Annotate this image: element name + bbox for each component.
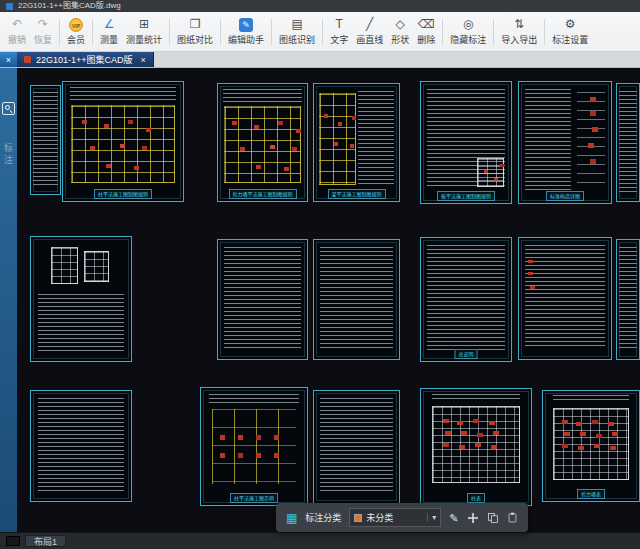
sheet-title: 剪力墙表 — [577, 489, 605, 499]
vip-member-icon: VIP — [69, 18, 83, 32]
panel-close-icon[interactable]: × — [0, 52, 17, 67]
cad-sheet-thumbnail[interactable]: 柱表 — [420, 388, 532, 506]
search-icon[interactable] — [2, 102, 15, 115]
sheet-text-content — [320, 247, 393, 349]
tool-label: 文字 — [330, 33, 348, 46]
cad-sheet-thumbnail[interactable]: 柱平法施工图示例 — [200, 387, 308, 506]
cad-sheet-thumbnail[interactable] — [313, 390, 400, 504]
toolbar-separator — [493, 19, 494, 45]
shape-tool-icon: ◇ — [396, 17, 405, 32]
toolbar-delete-tool-button[interactable]: ⌫ 删除 — [413, 15, 439, 48]
sheet-plan-grid — [224, 106, 301, 183]
cad-sheet-thumbnail[interactable] — [518, 237, 612, 360]
category-grid-icon[interactable]: ▦ — [286, 512, 297, 524]
undo-icon: ↶ — [12, 17, 22, 32]
drawing-recognize-icon: ▤ — [291, 17, 302, 32]
cad-sheet-thumbnail[interactable] — [313, 239, 400, 360]
toolbar-import-export-button[interactable]: ⇅ 导入导出 — [497, 15, 541, 48]
sheet-plan-grid — [212, 409, 297, 484]
delete-tool-icon: ⌫ — [418, 17, 435, 32]
clipboard-icon[interactable] — [507, 512, 518, 523]
toolbar-separator — [59, 19, 60, 45]
sheet-red-marks — [232, 121, 237, 125]
sidebar-vertical-label: 标注 — [2, 143, 15, 167]
drawing-compare-icon: ❐ — [190, 17, 201, 32]
sheet-text-content — [33, 92, 58, 185]
copy-icon[interactable] — [487, 512, 499, 524]
cad-sheet-thumbnail[interactable]: 标准构造详图 — [518, 81, 612, 204]
toolbar-undo-button[interactable]: ↶ 撤销 — [4, 15, 30, 48]
drawing-canvas[interactable]: 柱平法施工图制图规则 剪力墙平法施工图制图规则 梁平法施工图制图规则 板平法施工… — [17, 68, 640, 532]
cad-sheet-thumbnail[interactable] — [616, 239, 640, 360]
toolbar-separator — [322, 19, 323, 45]
toolbar-measure-statistics-button[interactable]: ⊞ 测量统计 — [122, 15, 166, 48]
cad-sheet-thumbnail[interactable] — [30, 236, 132, 362]
sheet-title: 柱表 — [467, 493, 485, 503]
cad-sheet-thumbnail[interactable] — [30, 390, 132, 502]
sheet-red-marks — [562, 420, 568, 424]
hide-annotations-icon: ◎ — [463, 17, 473, 32]
sheet-plan-grid — [71, 105, 174, 184]
tool-label: 恢复 — [34, 33, 52, 46]
toolbar-vip-member-button[interactable]: VIP 会员 — [63, 16, 89, 48]
sheet-red-marks — [528, 260, 533, 263]
cad-sheet-thumbnail[interactable] — [217, 239, 308, 360]
model-space-icon[interactable] — [6, 536, 20, 546]
sheet-text-content — [619, 91, 638, 192]
edit-assistant-icon: ✎ — [239, 18, 253, 32]
sheet-text-content — [525, 245, 604, 349]
cad-sheet-thumbnail[interactable] — [616, 83, 640, 202]
sheet-table-figure — [477, 158, 504, 187]
sheet-title: 标准构造详图 — [546, 191, 584, 201]
draw-line-icon: ╱ — [366, 17, 373, 32]
layout-tab[interactable]: 布局1 — [25, 535, 66, 547]
toolbar-edit-assistant-button[interactable]: ✎ 编辑助手 — [224, 16, 268, 48]
toolbar-annotation-settings-button[interactable]: ⚙ 标注设置 — [548, 15, 592, 48]
category-dropdown-value: 未分类 — [366, 511, 393, 524]
sheet-red-marks — [82, 120, 87, 124]
toolbar-redo-button[interactable]: ↷ 恢复 — [30, 15, 56, 48]
toolbar-measure-button[interactable]: ∠ 测量 — [96, 15, 122, 48]
sheet-red-marks — [590, 97, 596, 102]
tool-label: 画直线 — [356, 33, 383, 46]
category-dropdown[interactable]: 未分类 ▾ — [349, 508, 441, 527]
tool-label: 编辑助手 — [228, 33, 264, 46]
move-icon[interactable] — [467, 512, 479, 524]
tool-label: 图纸对比 — [177, 33, 213, 46]
tool-label: 测量 — [100, 33, 118, 46]
tool-label: 图纸识别 — [279, 33, 315, 46]
cad-sheet-thumbnail[interactable]: 剪力墙表 — [542, 390, 640, 502]
toolbar-draw-line-button[interactable]: ╱ 画直线 — [352, 15, 387, 48]
tab-document[interactable]: 22G101-1++图集CAD版 × — [17, 52, 154, 67]
cad-sheet-thumbnail[interactable] — [30, 85, 61, 195]
annotation-settings-icon: ⚙ — [565, 17, 576, 32]
tab-close-icon[interactable]: × — [141, 55, 146, 65]
cad-sheet-thumbnail[interactable]: 梁平法施工图制图规则 — [313, 83, 400, 202]
toolbar-drawing-recognize-button[interactable]: ▤ 图纸识别 — [275, 15, 319, 48]
sheet-red-marks — [443, 419, 449, 423]
tool-label: 会员 — [67, 33, 85, 46]
toolbar-separator — [92, 19, 93, 45]
toolbar-text-tool-button[interactable]: T 文字 — [326, 15, 352, 48]
tool-label: 隐藏标注 — [450, 33, 486, 46]
tool-label: 导入导出 — [501, 33, 537, 46]
toolbar-separator — [442, 19, 443, 45]
sheet-text-content — [223, 89, 301, 102]
sheet-title: 柱平法施工图示例 — [230, 493, 278, 503]
measure-statistics-icon: ⊞ — [139, 17, 149, 32]
toolbar-shape-tool-button[interactable]: ◇ 形状 — [387, 15, 413, 48]
toolbar-separator — [169, 19, 170, 45]
cad-sheet-thumbnail[interactable]: 板平法施工图制图规则 — [420, 81, 512, 204]
app-icon — [6, 3, 13, 10]
cad-sheet-thumbnail[interactable]: 柱平法施工图制图规则 — [62, 81, 184, 202]
edit-annotation-icon[interactable]: ✎ — [449, 512, 458, 524]
toolbar-separator — [544, 19, 545, 45]
toolbar-drawing-compare-button[interactable]: ❐ 图纸对比 — [173, 15, 217, 48]
toolbar-hide-annotations-button[interactable]: ◎ 隐藏标注 — [446, 15, 490, 48]
sheet-text-content — [38, 398, 124, 493]
category-color-swatch — [354, 514, 362, 522]
cad-sheet-thumbnail[interactable]: 剪力墙平法施工图制图规则 — [217, 83, 308, 202]
annotation-category-label: 标注分类 — [305, 511, 341, 524]
sheet-red-marks — [220, 435, 225, 440]
cad-sheet-thumbnail[interactable]: 总说明 — [420, 237, 512, 362]
